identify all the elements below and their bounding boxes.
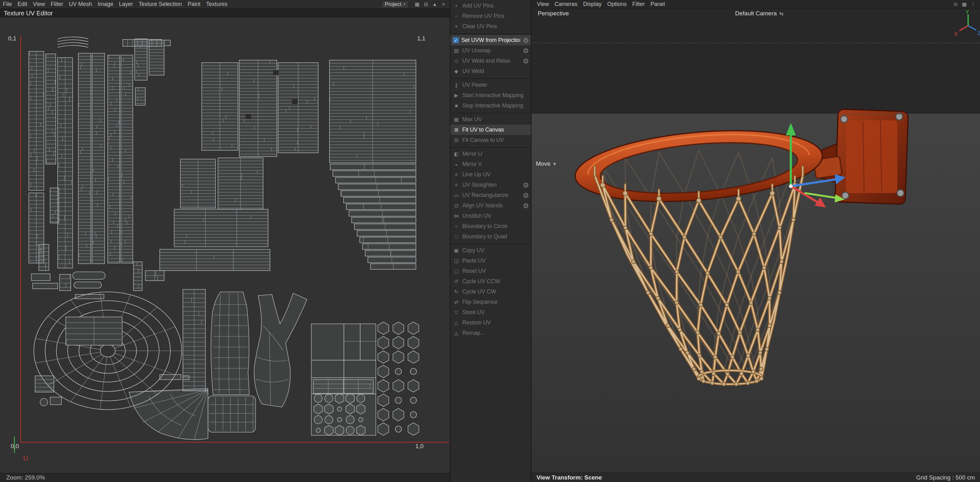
cmd-label: Align UV Islands [462, 202, 503, 209]
cmd-mirror-v[interactable]: ◒Mirror V [450, 159, 531, 169]
cmd-uv-rectangularize[interactable]: ▭UV Rectangularize [450, 190, 531, 200]
cmd-clear-uv-pins[interactable]: ×Clear UV Pins [450, 21, 531, 32]
cmd-label: UV Peeler [462, 82, 487, 88]
max-uv-icon: ▦ [453, 116, 460, 123]
cmd-add-uv-pins[interactable]: +Add UV Pins [450, 1, 531, 11]
cmd-label: UV Straighten [462, 181, 496, 188]
straighten-icon: ≡ [453, 181, 460, 189]
cmd-label: Copy UV [462, 247, 485, 254]
layout-grid-icon[interactable]: ▦ [960, 1, 969, 7]
cmd-set-uvw-from-projection[interactable]: ✓Set UVW from Projection [450, 35, 531, 45]
cmd-label: Line Up UV [462, 171, 490, 178]
menu-file[interactable]: File [0, 1, 15, 8]
uv-menu-items: FileEditViewFilterUV MeshImageLayerTextu… [0, 1, 230, 8]
cmd-label: Mirror U [462, 151, 482, 157]
menu-image[interactable]: Image [95, 1, 116, 8]
cmd-uv-weld-and-relax[interactable]: ◇UV Weld and Relax [450, 56, 531, 66]
weld-relax-icon: ◇ [453, 57, 460, 65]
cmd-uv-straighten[interactable]: ≡UV Straighten [450, 180, 531, 190]
move-tool-label: Move [536, 161, 550, 167]
vp-menu-filter[interactable]: Filter [630, 1, 648, 8]
gear-icon[interactable] [523, 58, 529, 64]
vp-menu-cameras[interactable]: Cameras [552, 1, 581, 8]
panel-menu-icon[interactable]: ⋮ [969, 1, 977, 7]
uv-canvas-graphics: U [0, 0, 450, 482]
cmd-cycle-uv-cw[interactable]: ↻Cycle UV CW [450, 286, 531, 297]
cmd-label: Store UV [462, 309, 485, 316]
cmd-start-interactive-mapping[interactable]: ▶Start Interactive Mapping [450, 90, 531, 100]
vp-menu-display[interactable]: Display [581, 1, 605, 8]
cycle-ccw-icon: ↺ [453, 278, 460, 285]
viewport-canvas[interactable]: YXZ Perspective Default Camera ⇆ Move + [531, 9, 980, 472]
cmd-cycle-uv-ccw[interactable]: ↺Cycle UV CCW [450, 276, 531, 286]
cmd-stop-interactive-mapping[interactable]: ■Stop Interactive Mapping [450, 100, 531, 111]
camera-lock-icon[interactable]: ⊙ [951, 1, 960, 7]
gear-icon[interactable] [523, 48, 529, 54]
uv-corner-bottomright: 1,0 [415, 443, 423, 450]
cmd-boundary-to-circle[interactable]: ○Boundary to Circle [450, 221, 531, 231]
safe-frame-line [531, 43, 980, 43]
cmd-label: Restore UV [462, 320, 491, 326]
menu-textures[interactable]: Textures [203, 1, 230, 8]
svg-text:Y: Y [966, 10, 969, 15]
menu-filter[interactable]: Filter [48, 1, 66, 8]
cmd-label: Flip Sequence [462, 299, 497, 305]
basketball-hoop-model[interactable] [572, 109, 908, 386]
uv-islands: U [14, 36, 449, 462]
cmd-fit-canvas-to-uv[interactable]: ⊟Fit Canvas to UV [450, 135, 531, 145]
menu-texture-selection[interactable]: Texture Selection [136, 1, 185, 8]
uv-corner-topleft: 0,1 [8, 35, 16, 42]
cmd-paste-uv[interactable]: ◲Paste UV [450, 256, 531, 266]
mirror-v-icon: ◒ [453, 161, 460, 168]
uv-corner-topright: 1,1 [417, 35, 425, 42]
cmd-label: UV Unwrap [462, 47, 490, 54]
uv-command-panel: +Add UV Pins−Remove UV Pins×Clear UV Pin… [450, 0, 531, 482]
maximize-icon[interactable]: ▲ [430, 2, 439, 7]
menu-edit[interactable]: Edit [15, 1, 30, 8]
dock-icon[interactable]: ⊟ [422, 1, 430, 7]
close-icon[interactable]: × [439, 2, 448, 7]
cmd-copy-uv[interactable]: ▣Copy UV [450, 245, 531, 256]
cmd-fit-uv-to-canvas[interactable]: ⊞Fit UV to Canvas [450, 125, 531, 135]
cmd-uv-unwrap[interactable]: ▤UV Unwrap [450, 45, 531, 56]
cmd-label: Set UVW from Projection [461, 37, 520, 43]
cmd-max-uv[interactable]: ▦Max UV [450, 114, 531, 125]
gear-icon[interactable] [523, 192, 529, 199]
gear-icon[interactable] [523, 37, 529, 43]
cmd-store-uv[interactable]: ▽Store UV [450, 307, 531, 318]
cmd-align-uv-islands[interactable]: ⊡Align UV Islands [450, 200, 531, 211]
camera-swap-icon[interactable]: ⇆ [779, 11, 783, 17]
rectangularize-icon: ▭ [453, 192, 460, 199]
gear-icon[interactable] [523, 182, 529, 188]
cmd-remove-uv-pins[interactable]: −Remove UV Pins [450, 11, 531, 21]
menu-paint[interactable]: Paint [185, 1, 203, 8]
cmd-remap[interactable]: ◬Remap... [450, 328, 531, 338]
reset-icon: ▢ [453, 268, 460, 275]
cmd-label: Cycle UV CCW [462, 278, 500, 285]
menu-view[interactable]: View [30, 1, 48, 8]
copy-icon: ▣ [453, 247, 460, 254]
cmd-uv-peeler[interactable]: ∥UV Peeler [450, 80, 531, 90]
project-dropdown[interactable]: Project ▾ [382, 1, 409, 8]
gear-icon[interactable] [523, 203, 529, 209]
menu-layer[interactable]: Layer [116, 1, 136, 8]
cmd-flip-sequence[interactable]: ⇄Flip Sequence [450, 297, 531, 307]
cmd-uv-weld[interactable]: ◆UV Weld [450, 66, 531, 76]
menu-uv-mesh[interactable]: UV Mesh [66, 1, 95, 8]
separator [450, 146, 531, 148]
vp-menu-view[interactable]: View [534, 1, 552, 8]
cmd-mirror-u[interactable]: ◧Mirror U [450, 149, 531, 159]
cmd-line-up-uv[interactable]: ≡Line Up UV [450, 169, 531, 180]
vp-menu-options[interactable]: Options [605, 1, 630, 8]
cmd-unstitch-uv[interactable]: ⋈Unstitch UV [450, 211, 531, 221]
cmd-reset-uv[interactable]: ▢Reset UV [450, 266, 531, 276]
unwrap-icon: ▤ [453, 47, 460, 54]
cmd-boundary-to-quad[interactable]: □Boundary to Quad [450, 231, 531, 242]
cmd-label: Unstitch UV [462, 213, 492, 219]
separator [450, 77, 531, 79]
cmd-label: UV Rectangularize [462, 192, 508, 199]
cmd-label: Fit UV to Canvas [462, 127, 504, 133]
vp-menu-panel[interactable]: Panel [648, 1, 668, 8]
layout-grid-icon[interactable]: ▦ [413, 1, 422, 7]
cmd-restore-uv[interactable]: △Restore UV [450, 318, 531, 328]
